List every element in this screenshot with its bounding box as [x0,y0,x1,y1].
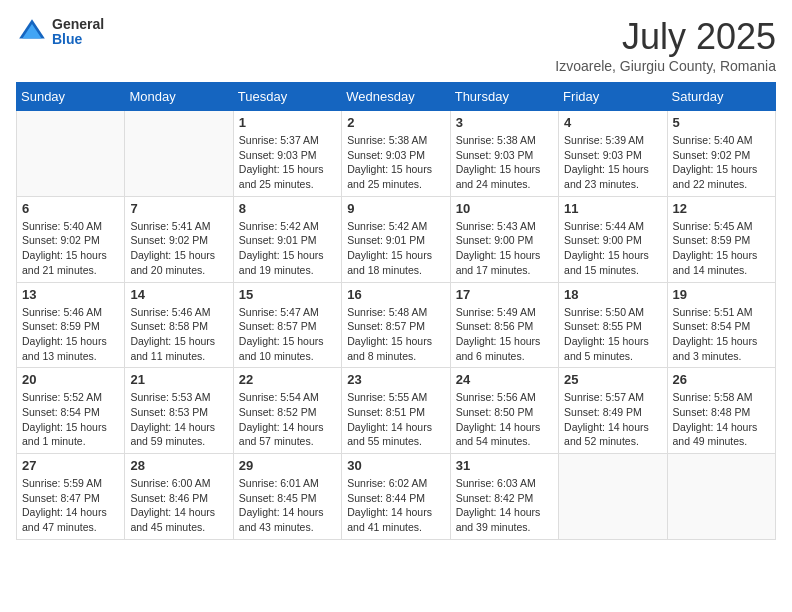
day-number: 17 [456,287,553,302]
weekday-header-sunday: Sunday [17,83,125,111]
calendar-cell: 11Sunrise: 5:44 AM Sunset: 9:00 PM Dayli… [559,196,667,282]
day-number: 1 [239,115,336,130]
calendar-cell: 19Sunrise: 5:51 AM Sunset: 8:54 PM Dayli… [667,282,775,368]
calendar-cell [125,111,233,197]
day-info: Sunrise: 5:41 AM Sunset: 9:02 PM Dayligh… [130,219,227,278]
calendar-cell: 7Sunrise: 5:41 AM Sunset: 9:02 PM Daylig… [125,196,233,282]
day-number: 13 [22,287,119,302]
calendar-cell [667,454,775,540]
day-info: Sunrise: 5:58 AM Sunset: 8:48 PM Dayligh… [673,390,770,449]
calendar-cell: 10Sunrise: 5:43 AM Sunset: 9:00 PM Dayli… [450,196,558,282]
calendar-cell [17,111,125,197]
calendar-cell: 21Sunrise: 5:53 AM Sunset: 8:53 PM Dayli… [125,368,233,454]
day-number: 8 [239,201,336,216]
calendar-cell: 17Sunrise: 5:49 AM Sunset: 8:56 PM Dayli… [450,282,558,368]
calendar-cell: 12Sunrise: 5:45 AM Sunset: 8:59 PM Dayli… [667,196,775,282]
calendar-cell: 26Sunrise: 5:58 AM Sunset: 8:48 PM Dayli… [667,368,775,454]
weekday-header-tuesday: Tuesday [233,83,341,111]
calendar-cell: 18Sunrise: 5:50 AM Sunset: 8:55 PM Dayli… [559,282,667,368]
calendar-cell: 15Sunrise: 5:47 AM Sunset: 8:57 PM Dayli… [233,282,341,368]
day-info: Sunrise: 6:03 AM Sunset: 8:42 PM Dayligh… [456,476,553,535]
weekday-header-friday: Friday [559,83,667,111]
day-number: 6 [22,201,119,216]
day-number: 11 [564,201,661,216]
day-info: Sunrise: 5:47 AM Sunset: 8:57 PM Dayligh… [239,305,336,364]
page-header: General Blue July 2025 Izvoarele, Giurgi… [16,16,776,74]
calendar-cell: 5Sunrise: 5:40 AM Sunset: 9:02 PM Daylig… [667,111,775,197]
day-number: 22 [239,372,336,387]
calendar-cell: 23Sunrise: 5:55 AM Sunset: 8:51 PM Dayli… [342,368,450,454]
day-number: 7 [130,201,227,216]
day-number: 3 [456,115,553,130]
calendar-cell: 29Sunrise: 6:01 AM Sunset: 8:45 PM Dayli… [233,454,341,540]
logo-icon [16,16,48,48]
day-number: 31 [456,458,553,473]
day-number: 28 [130,458,227,473]
calendar-cell: 20Sunrise: 5:52 AM Sunset: 8:54 PM Dayli… [17,368,125,454]
calendar-table: SundayMondayTuesdayWednesdayThursdayFrid… [16,82,776,540]
calendar-week-row: 1Sunrise: 5:37 AM Sunset: 9:03 PM Daylig… [17,111,776,197]
day-info: Sunrise: 6:01 AM Sunset: 8:45 PM Dayligh… [239,476,336,535]
day-number: 16 [347,287,444,302]
calendar-body: 1Sunrise: 5:37 AM Sunset: 9:03 PM Daylig… [17,111,776,540]
calendar-cell: 6Sunrise: 5:40 AM Sunset: 9:02 PM Daylig… [17,196,125,282]
day-info: Sunrise: 6:02 AM Sunset: 8:44 PM Dayligh… [347,476,444,535]
calendar-week-row: 13Sunrise: 5:46 AM Sunset: 8:59 PM Dayli… [17,282,776,368]
day-number: 29 [239,458,336,473]
day-number: 26 [673,372,770,387]
day-info: Sunrise: 6:00 AM Sunset: 8:46 PM Dayligh… [130,476,227,535]
day-info: Sunrise: 5:38 AM Sunset: 9:03 PM Dayligh… [456,133,553,192]
day-number: 21 [130,372,227,387]
calendar-week-row: 6Sunrise: 5:40 AM Sunset: 9:02 PM Daylig… [17,196,776,282]
day-number: 2 [347,115,444,130]
day-info: Sunrise: 5:49 AM Sunset: 8:56 PM Dayligh… [456,305,553,364]
day-number: 18 [564,287,661,302]
day-info: Sunrise: 5:46 AM Sunset: 8:59 PM Dayligh… [22,305,119,364]
day-number: 9 [347,201,444,216]
day-number: 19 [673,287,770,302]
day-number: 25 [564,372,661,387]
calendar-cell: 16Sunrise: 5:48 AM Sunset: 8:57 PM Dayli… [342,282,450,368]
day-info: Sunrise: 5:53 AM Sunset: 8:53 PM Dayligh… [130,390,227,449]
day-number: 5 [673,115,770,130]
day-info: Sunrise: 5:59 AM Sunset: 8:47 PM Dayligh… [22,476,119,535]
day-info: Sunrise: 5:43 AM Sunset: 9:00 PM Dayligh… [456,219,553,278]
calendar-cell: 2Sunrise: 5:38 AM Sunset: 9:03 PM Daylig… [342,111,450,197]
logo-general-text: General [52,17,104,32]
day-number: 4 [564,115,661,130]
calendar-cell: 3Sunrise: 5:38 AM Sunset: 9:03 PM Daylig… [450,111,558,197]
day-number: 10 [456,201,553,216]
day-info: Sunrise: 5:45 AM Sunset: 8:59 PM Dayligh… [673,219,770,278]
calendar-cell: 13Sunrise: 5:46 AM Sunset: 8:59 PM Dayli… [17,282,125,368]
day-info: Sunrise: 5:42 AM Sunset: 9:01 PM Dayligh… [239,219,336,278]
day-number: 27 [22,458,119,473]
logo-text: General Blue [52,17,104,48]
day-info: Sunrise: 5:51 AM Sunset: 8:54 PM Dayligh… [673,305,770,364]
day-number: 24 [456,372,553,387]
day-number: 20 [22,372,119,387]
calendar-week-row: 20Sunrise: 5:52 AM Sunset: 8:54 PM Dayli… [17,368,776,454]
day-number: 14 [130,287,227,302]
day-info: Sunrise: 5:55 AM Sunset: 8:51 PM Dayligh… [347,390,444,449]
day-info: Sunrise: 5:37 AM Sunset: 9:03 PM Dayligh… [239,133,336,192]
calendar-cell: 25Sunrise: 5:57 AM Sunset: 8:49 PM Dayli… [559,368,667,454]
calendar-cell: 31Sunrise: 6:03 AM Sunset: 8:42 PM Dayli… [450,454,558,540]
day-info: Sunrise: 5:56 AM Sunset: 8:50 PM Dayligh… [456,390,553,449]
weekday-header-thursday: Thursday [450,83,558,111]
location-subtitle: Izvoarele, Giurgiu County, Romania [555,58,776,74]
day-number: 15 [239,287,336,302]
calendar-cell: 4Sunrise: 5:39 AM Sunset: 9:03 PM Daylig… [559,111,667,197]
month-title: July 2025 [555,16,776,58]
calendar-cell: 27Sunrise: 5:59 AM Sunset: 8:47 PM Dayli… [17,454,125,540]
title-block: July 2025 Izvoarele, Giurgiu County, Rom… [555,16,776,74]
day-info: Sunrise: 5:44 AM Sunset: 9:00 PM Dayligh… [564,219,661,278]
day-info: Sunrise: 5:40 AM Sunset: 9:02 PM Dayligh… [673,133,770,192]
day-info: Sunrise: 5:39 AM Sunset: 9:03 PM Dayligh… [564,133,661,192]
calendar-cell: 30Sunrise: 6:02 AM Sunset: 8:44 PM Dayli… [342,454,450,540]
calendar-cell: 8Sunrise: 5:42 AM Sunset: 9:01 PM Daylig… [233,196,341,282]
day-number: 23 [347,372,444,387]
calendar-cell: 24Sunrise: 5:56 AM Sunset: 8:50 PM Dayli… [450,368,558,454]
weekday-header-saturday: Saturday [667,83,775,111]
day-info: Sunrise: 5:52 AM Sunset: 8:54 PM Dayligh… [22,390,119,449]
calendar-cell: 1Sunrise: 5:37 AM Sunset: 9:03 PM Daylig… [233,111,341,197]
